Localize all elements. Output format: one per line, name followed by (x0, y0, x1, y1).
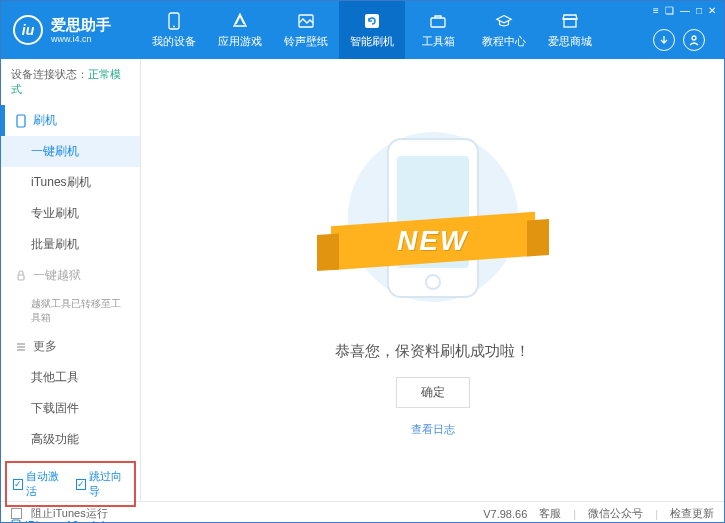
wechat-link[interactable]: 微信公众号 (588, 506, 643, 521)
skin-icon[interactable]: ❏ (665, 5, 674, 16)
confirm-button[interactable]: 确定 (396, 377, 470, 408)
sidebar-section-more[interactable]: 更多 (1, 331, 140, 362)
nav-apps-games[interactable]: 应用游戏 (207, 1, 273, 59)
nav-ringtone-wallpaper[interactable]: 铃声壁纸 (273, 1, 339, 59)
view-log-link[interactable]: 查看日志 (411, 422, 455, 437)
nav-my-device[interactable]: 我的设备 (141, 1, 207, 59)
brand-url: www.i4.cn (51, 34, 111, 45)
store-icon (561, 12, 579, 30)
flash-options-highlight: ✓自动激活 ✓跳过向导 (5, 461, 136, 507)
graduation-icon (495, 12, 513, 30)
header-right: ≡ ❏ — □ ✕ (653, 1, 724, 59)
menu-icon[interactable]: ≡ (653, 5, 659, 16)
lock-icon (15, 270, 27, 282)
toolbox-icon (429, 12, 447, 30)
apps-icon (231, 12, 249, 30)
sidebar: 设备连接状态：正常模式 刷机 一键刷机 iTunes刷机 专业刷机 批量刷机 一… (1, 59, 141, 501)
sidebar-item-pro-flash[interactable]: 专业刷机 (1, 198, 140, 229)
phone-icon (15, 114, 27, 128)
wallpaper-icon (297, 12, 315, 30)
nav-toolbox[interactable]: 工具箱 (405, 1, 471, 59)
checkbox-skip-guide[interactable]: ✓跳过向导 (76, 469, 129, 499)
app-header: iu 爱思助手 www.i4.cn 我的设备 应用游戏 铃声壁纸 智能刷机 工具… (1, 1, 724, 59)
download-button[interactable] (653, 29, 675, 51)
customer-service-link[interactable]: 客服 (539, 506, 561, 521)
phone-icon (165, 12, 183, 30)
svg-rect-5 (564, 19, 576, 27)
brand: iu 爱思助手 www.i4.cn (1, 1, 141, 59)
version-label: V7.98.66 (483, 508, 527, 520)
nav-smart-flash[interactable]: 智能刷机 (339, 1, 405, 59)
sidebar-section-jailbreak[interactable]: 一键越狱 (1, 260, 140, 291)
minimize-icon[interactable]: — (680, 5, 690, 16)
more-icon (15, 341, 27, 353)
top-nav: 我的设备 应用游戏 铃声壁纸 智能刷机 工具箱 教程中心 爱思商城 (141, 1, 653, 59)
sidebar-item-oneclick-flash[interactable]: 一键刷机 (1, 136, 140, 167)
new-banner: NEW (397, 225, 468, 257)
brand-logo-icon: iu (13, 15, 43, 45)
checkbox-block-itunes[interactable]: 阻止iTunes运行 (11, 506, 108, 521)
success-message: 恭喜您，保资料刷机成功啦！ (335, 342, 530, 361)
sidebar-item-itunes-flash[interactable]: iTunes刷机 (1, 167, 140, 198)
refresh-icon (363, 12, 381, 30)
close-icon[interactable]: ✕ (708, 5, 716, 16)
main-content: NEW 恭喜您，保资料刷机成功啦！ 确定 查看日志 (141, 59, 724, 501)
user-button[interactable] (683, 29, 705, 51)
connection-status: 设备连接状态：正常模式 (1, 59, 140, 105)
maximize-icon[interactable]: □ (696, 5, 702, 16)
checkbox-auto-activate[interactable]: ✓自动激活 (13, 469, 66, 499)
svg-point-6 (692, 36, 696, 40)
sidebar-section-flash[interactable]: 刷机 (1, 105, 140, 136)
svg-point-1 (173, 25, 175, 27)
sidebar-item-download-firmware[interactable]: 下载固件 (1, 393, 140, 424)
nav-store[interactable]: 爱思商城 (537, 1, 603, 59)
success-illustration: NEW (313, 124, 553, 324)
sidebar-item-advanced[interactable]: 高级功能 (1, 424, 140, 455)
check-update-link[interactable]: 检查更新 (670, 506, 714, 521)
nav-tutorials[interactable]: 教程中心 (471, 1, 537, 59)
sidebar-item-batch-flash[interactable]: 批量刷机 (1, 229, 140, 260)
svg-rect-7 (17, 115, 25, 127)
brand-title: 爱思助手 (51, 16, 111, 34)
sidebar-item-other-tools[interactable]: 其他工具 (1, 362, 140, 393)
svg-rect-4 (431, 18, 445, 27)
svg-rect-8 (18, 275, 24, 280)
jailbreak-note: 越狱工具已转移至工具箱 (1, 291, 140, 331)
